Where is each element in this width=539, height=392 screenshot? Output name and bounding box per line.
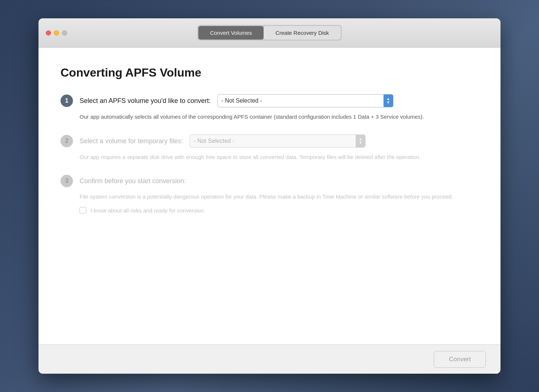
page-title: Converting APFS Volume — [60, 66, 478, 79]
step-1-header: 1 Select an APFS volume you'd like to co… — [60, 94, 478, 107]
step-2-dropdown-arrows: ▲ ▼ — [356, 135, 365, 147]
step-2-dropdown-value: - Not Selected - — [194, 138, 353, 144]
app-window: Convert Volumes Create Recovery Disk Con… — [38, 18, 500, 374]
step-1-dropdown[interactable]: - Not Selected - ▲ ▼ — [217, 94, 393, 107]
step-1-description: Our app automatically selects all volume… — [80, 112, 478, 121]
main-content: Converting APFS Volume 1 Select an APFS … — [38, 48, 500, 344]
step-2-header: 2 Select a volume for temporary files: -… — [60, 134, 478, 148]
step-2-description: Our app requires a separate disk drive w… — [80, 153, 478, 162]
step-3-number: 3 — [60, 175, 73, 187]
step-3: 3 Confirm before you start conversion: F… — [60, 175, 478, 214]
step-2: 2 Select a volume for temporary files: -… — [60, 134, 478, 162]
step-2-number: 2 — [60, 135, 73, 147]
arrow-down-icon-2: ▼ — [359, 141, 362, 145]
step-3-description: File system conversion is a potentially … — [80, 192, 478, 201]
arrow-down-icon: ▼ — [386, 101, 390, 104]
traffic-lights — [46, 30, 67, 36]
titlebar: Convert Volumes Create Recovery Disk — [38, 18, 500, 48]
checkbox-row: I know about all risks and ready for con… — [80, 207, 478, 214]
tab-convert-volumes[interactable]: Convert Volumes — [198, 26, 264, 40]
minimize-button[interactable] — [54, 30, 59, 36]
maximize-button[interactable] — [62, 30, 67, 36]
step-1-label: Select an APFS volume you'd like to conv… — [80, 97, 211, 105]
step-1-dropdown-arrows: ▲ ▼ — [384, 95, 393, 107]
step-3-header: 3 Confirm before you start conversion: — [60, 175, 478, 187]
step-1-dropdown-value: - Not Selected - — [221, 97, 381, 104]
convert-button[interactable]: Convert — [434, 351, 486, 368]
risk-checkbox — [80, 207, 86, 214]
tab-create-recovery-disk[interactable]: Create Recovery Disk — [264, 26, 341, 40]
step-2-dropdown: - Not Selected - ▲ ▼ — [190, 134, 366, 148]
footer: Convert — [38, 344, 500, 374]
step-1-number: 1 — [60, 95, 73, 107]
close-button[interactable] — [46, 30, 51, 36]
step-3-label: Confirm before you start conversion: — [80, 177, 186, 185]
step-1: 1 Select an APFS volume you'd like to co… — [60, 94, 478, 121]
tab-group: Convert Volumes Create Recovery Disk — [197, 25, 342, 41]
checkbox-label: I know about all risks and ready for con… — [91, 207, 205, 214]
step-2-label: Select a volume for temporary files: — [80, 137, 183, 145]
